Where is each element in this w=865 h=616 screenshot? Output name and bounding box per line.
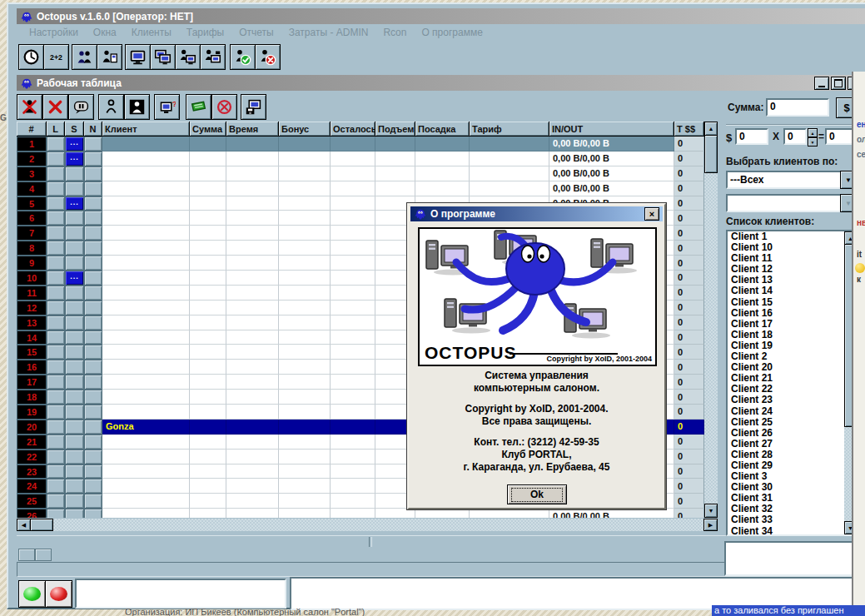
table-row[interactable]: 2...0,00 В/0,00 В0: [17, 152, 704, 166]
list-item[interactable]: Client 15: [728, 297, 856, 308]
cell-s[interactable]: ...: [65, 137, 84, 152]
cell-s[interactable]: [65, 241, 84, 256]
calc-a-input[interactable]: 0: [735, 128, 768, 145]
scroll-up-button[interactable]: ▲: [704, 122, 718, 136]
list-item[interactable]: Client 27: [728, 439, 856, 450]
cell-s[interactable]: ...: [65, 196, 84, 211]
cell-s[interactable]: [65, 405, 84, 420]
computer-button[interactable]: [125, 44, 151, 70]
about-dialog-title-bar[interactable]: О программе ×: [410, 206, 663, 221]
notes-field[interactable]: [724, 541, 861, 576]
remove-client-button[interactable]: [17, 94, 42, 120]
app-title-bar[interactable]: Octopus v.1.6.0 [Оператор: НЕТ]: [17, 8, 865, 24]
stepper-down-icon[interactable]: ▼: [808, 137, 818, 147]
ok-button[interactable]: Ok: [507, 484, 567, 504]
disable-client-button[interactable]: [255, 44, 281, 70]
list-item[interactable]: Client 17: [728, 319, 856, 330]
cell-s[interactable]: [65, 375, 84, 390]
menu-item-4[interactable]: Тарифы: [179, 25, 231, 40]
maximize-button[interactable]: [831, 77, 846, 90]
summa-input[interactable]: 0: [766, 98, 829, 117]
menu-item-6[interactable]: Затраты - ADMIN: [281, 25, 376, 40]
cell-s[interactable]: [65, 345, 84, 360]
secondary-combobox[interactable]: ▼: [726, 194, 857, 212]
cell-s[interactable]: [65, 494, 84, 509]
cell-s[interactable]: [65, 464, 84, 479]
cell-s[interactable]: [65, 286, 84, 301]
filter-combobox[interactable]: ---Всех ▼: [726, 171, 857, 189]
list-item[interactable]: Client 18: [728, 330, 856, 340]
enable-client-button[interactable]: [230, 44, 256, 70]
minimize-button[interactable]: [814, 77, 829, 90]
computers-button[interactable]: [150, 44, 176, 70]
table-row[interactable]: 40,00 В/0,00 В0: [17, 181, 704, 196]
list-item[interactable]: Client 33: [728, 514, 856, 525]
start-session-button[interactable]: [18, 580, 46, 608]
list-item[interactable]: Client 24: [728, 406, 856, 417]
cell-s[interactable]: [65, 256, 84, 271]
cell-s[interactable]: [65, 315, 84, 330]
menu-item-8[interactable]: О программе: [414, 25, 490, 40]
stepper-up-icon[interactable]: ▲: [808, 128, 818, 137]
client-computer-alt-button[interactable]: [200, 44, 226, 70]
table-row[interactable]: 260,00 В/0,00 В0: [17, 509, 704, 518]
cell-s[interactable]: [65, 330, 84, 345]
scroll-down-button[interactable]: ▼: [704, 504, 718, 518]
list-item[interactable]: Client 34: [728, 526, 856, 536]
client-computer-button[interactable]: [175, 44, 201, 70]
list-item[interactable]: Client 25: [728, 417, 856, 428]
calc-b-stepper[interactable]: ▲▼: [808, 128, 818, 147]
menu-item-1[interactable]: Настройки: [22, 25, 86, 40]
dialog-close-button[interactable]: ×: [644, 207, 659, 221]
block-button[interactable]: [211, 94, 237, 120]
cell-s[interactable]: [65, 301, 84, 315]
menu-item-3[interactable]: Клиенты: [124, 25, 179, 40]
timer-button[interactable]: [18, 44, 44, 70]
cell-s[interactable]: [65, 450, 84, 464]
pause-button[interactable]: [68, 94, 94, 120]
table-row[interactable]: 30,00 В/0,00 В0: [17, 166, 704, 181]
cancel-button[interactable]: [42, 94, 68, 120]
client-session-button[interactable]: [97, 44, 122, 70]
work-window-title-bar[interactable]: Рабочая таблица ×: [17, 75, 865, 91]
list-item[interactable]: Client 26: [728, 428, 856, 439]
save-session-button[interactable]: [241, 94, 266, 120]
list-item[interactable]: Client 16: [728, 308, 856, 319]
scroll-left-button[interactable]: ◀: [17, 519, 31, 531]
menu-item-5[interactable]: Отчеты: [231, 25, 281, 40]
money-button[interactable]: [186, 94, 211, 120]
client-add-button[interactable]: [98, 94, 124, 120]
table-vertical-scrollbar[interactable]: ▲ ▼: [704, 122, 718, 518]
menu-item-7[interactable]: Rcon: [375, 25, 414, 40]
client-invert-button[interactable]: [124, 94, 150, 120]
cell-s[interactable]: [65, 390, 84, 405]
cell-summa: [190, 405, 226, 420]
list-item[interactable]: Client 28: [728, 450, 856, 460]
scroll-right-button[interactable]: ▶: [703, 519, 718, 531]
cell-s[interactable]: ...: [65, 271, 84, 286]
table-row[interactable]: 1...0,00 В/0,00 В0: [17, 137, 704, 152]
list-item[interactable]: Client 23: [728, 395, 856, 405]
cell-s[interactable]: [65, 435, 84, 450]
cell-s[interactable]: [65, 360, 84, 375]
calculator-button[interactable]: [43, 44, 69, 70]
computer-help-button[interactable]: [154, 94, 180, 120]
cell-s[interactable]: [65, 479, 84, 494]
cell-s[interactable]: [65, 181, 84, 196]
clients-button[interactable]: [72, 44, 97, 70]
clients-listbox[interactable]: Client 1Client 10Client 11Client 12Clien…: [726, 230, 858, 536]
vertical-scroll-thumb[interactable]: [704, 135, 718, 173]
cell-s[interactable]: [65, 420, 84, 435]
cell-s[interactable]: [65, 509, 84, 518]
cell-s[interactable]: [65, 226, 84, 241]
message-field-left[interactable]: [75, 579, 286, 609]
list-item[interactable]: Client 14: [728, 286, 856, 296]
cell-s[interactable]: [65, 166, 84, 181]
menu-item-2[interactable]: Окна: [86, 25, 124, 40]
calc-b-input[interactable]: 0: [783, 128, 807, 145]
horizontal-scroll-thumb[interactable]: [30, 519, 53, 531]
cell-s[interactable]: ...: [65, 152, 84, 166]
stop-session-button[interactable]: [45, 580, 72, 608]
table-horizontal-scrollbar[interactable]: ◀ ▶: [17, 519, 718, 531]
cell-s[interactable]: [65, 211, 84, 226]
